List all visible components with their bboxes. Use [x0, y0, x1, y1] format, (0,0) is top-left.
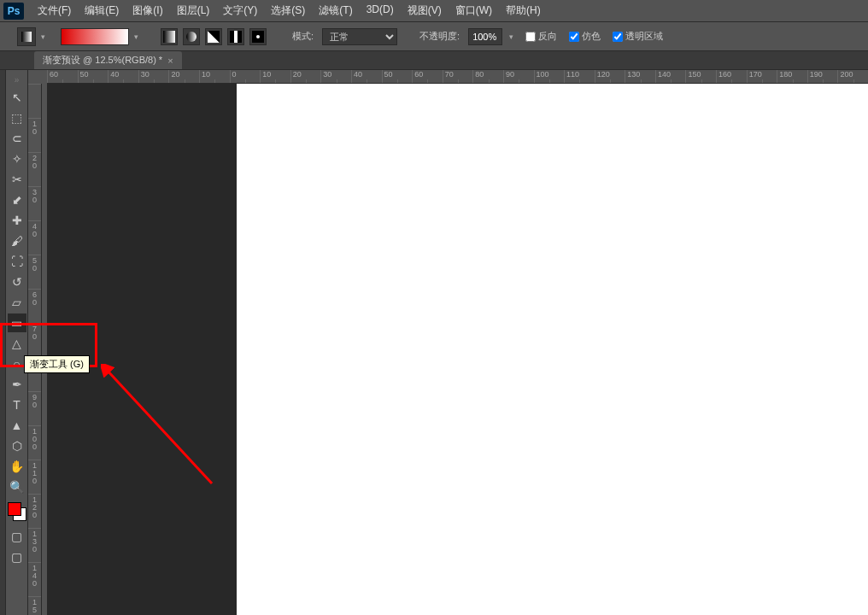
eraser-tool[interactable]: ▱ — [8, 293, 26, 312]
close-icon[interactable]: × — [167, 56, 173, 66]
menu-item[interactable]: 选择(S) — [264, 0, 312, 21]
shape-tool[interactable]: ⬡ — [8, 436, 26, 455]
ruler-tick: 20 — [28, 152, 41, 186]
crop-tool[interactable]: ✂ — [8, 170, 26, 189]
foreground-color[interactable] — [8, 502, 21, 516]
opacity-label: 不透明度: — [419, 30, 460, 43]
menu-item[interactable]: 帮助(H) — [499, 0, 548, 21]
ruler-tick: 110 — [564, 70, 595, 83]
svg-rect-4 — [234, 31, 238, 43]
canvas[interactable] — [237, 84, 868, 615]
menu-item[interactable]: 图像(I) — [126, 0, 169, 21]
menu-item[interactable]: 文件(F) — [31, 0, 78, 21]
ruler-tick: 60 — [28, 289, 41, 323]
menu-item[interactable]: 窗口(W) — [449, 0, 499, 21]
ruler-tick: 50 — [78, 70, 108, 83]
history-brush-tool[interactable]: ↺ — [8, 272, 26, 291]
menu-item[interactable]: 文字(Y) — [216, 0, 264, 21]
menubar: Ps 文件(F)编辑(E)图像(I)图层(L)文字(Y)选择(S)滤镜(T)3D… — [0, 0, 868, 22]
move-tool[interactable]: ↖ — [8, 88, 26, 107]
ruler-tick: 130 — [28, 528, 41, 562]
menu-item[interactable]: 图层(L) — [170, 0, 217, 21]
ruler-tick: 100 — [28, 425, 41, 460]
canvas-viewport[interactable] — [47, 84, 868, 615]
color-swatches[interactable] — [8, 502, 26, 521]
document-tab[interactable]: 渐变预设 @ 12.5%(RGB/8) * × — [34, 51, 182, 69]
ruler-horizontal: 6050403020100102030405060708090100110120… — [47, 70, 868, 84]
ruler-tick: 40 — [28, 220, 41, 255]
zoom-tool[interactable]: 🔍 — [8, 477, 26, 496]
type-tool[interactable]: T — [8, 395, 26, 414]
diamond-gradient-button[interactable] — [249, 28, 267, 45]
ruler-tick: 0 — [230, 70, 261, 83]
ruler-tick: 170 — [747, 70, 777, 83]
brush-tool[interactable]: 🖌 — [8, 231, 26, 250]
ruler-tick — [28, 84, 41, 118]
toolbox-handle[interactable]: » — [8, 73, 26, 86]
ruler-tick: 30 — [138, 70, 169, 83]
opacity-input[interactable] — [468, 28, 502, 45]
screen-mode-button[interactable]: ▢ — [8, 548, 26, 566]
ruler-tick: 40 — [351, 70, 382, 83]
ruler-tick: 90 — [28, 391, 41, 425]
ruler-tick: 190 — [807, 70, 838, 83]
current-tool-icon[interactable] — [17, 27, 36, 46]
svg-point-6 — [256, 35, 260, 38]
document-tab-bar: 渐变预设 @ 12.5%(RGB/8) * × — [0, 51, 868, 70]
radial-gradient-button[interactable] — [183, 28, 200, 45]
ruler-tick: 10 — [28, 118, 41, 152]
healing-brush-tool[interactable]: ✚ — [8, 211, 26, 230]
ruler-tick: 120 — [28, 494, 41, 528]
ruler-tick: 70 — [443, 70, 473, 83]
ruler-tick: 140 — [655, 70, 686, 83]
ruler-tick: 60 — [47, 70, 78, 83]
lasso-tool[interactable]: ⊂ — [8, 129, 26, 148]
marquee-tool[interactable]: ⬚ — [8, 108, 26, 127]
ruler-tick: 150 — [28, 596, 41, 615]
svg-line-7 — [106, 369, 212, 483]
menu-item[interactable]: 3D(D) — [360, 0, 401, 21]
reflected-gradient-button[interactable] — [227, 28, 244, 45]
ruler-tick: 110 — [28, 460, 41, 494]
pen-tool[interactable]: ✒ — [8, 375, 26, 394]
tooltip: 渐变工具 (G) — [24, 355, 90, 373]
ruler-tick: 140 — [28, 562, 41, 596]
eyedropper-tool[interactable]: ⬋ — [8, 190, 26, 209]
ruler-tick: 20 — [290, 70, 321, 83]
mode-select[interactable]: 正常 — [322, 28, 397, 45]
ruler-tick: 60 — [412, 70, 443, 83]
document-title: 渐变预设 @ 12.5%(RGB/8) * — [43, 54, 162, 67]
menu-item[interactable]: 滤镜(T) — [312, 0, 359, 21]
svg-rect-0 — [21, 32, 32, 42]
ruler-tick: 10 — [260, 70, 290, 83]
ruler-tick: 30 — [28, 186, 41, 220]
svg-rect-1 — [163, 31, 175, 43]
linear-gradient-button[interactable] — [161, 28, 178, 45]
gradient-preview[interactable] — [61, 28, 129, 45]
hand-tool[interactable]: ✋ — [8, 457, 26, 476]
ruler-tick: 180 — [777, 70, 807, 83]
transparent-checkbox[interactable]: 透明区域 — [613, 30, 663, 43]
work-area: » ↖⬚⊂✧✂⬋✚🖌⛶↺▱▭△○✒T▲⬡✋🔍▢▢ 605040302010010… — [0, 70, 868, 615]
magic-wand-tool[interactable]: ✧ — [8, 149, 26, 168]
clone-stamp-tool[interactable]: ⛶ — [8, 252, 26, 271]
angle-gradient-button[interactable] — [205, 28, 222, 45]
ruler-tick: 20 — [168, 70, 199, 83]
ruler-tick: 30 — [320, 70, 351, 83]
ruler-tick: 150 — [685, 70, 716, 83]
ruler-tick: 100 — [534, 70, 565, 83]
ruler-tick: 40 — [108, 70, 138, 83]
quick-mask-button[interactable]: ▢ — [8, 527, 26, 546]
reverse-checkbox[interactable]: 反向 — [525, 30, 557, 43]
menu-item[interactable]: 编辑(E) — [78, 0, 126, 21]
menu-item[interactable]: 视图(V) — [401, 0, 449, 21]
ruler-tick: 50 — [382, 70, 413, 83]
path-selection-tool[interactable]: ▲ — [8, 416, 26, 435]
ps-logo-icon: Ps — [3, 3, 24, 20]
ruler-tick: 120 — [595, 70, 625, 83]
ruler-tick: 200 — [837, 70, 868, 83]
ruler-tick: 50 — [28, 255, 41, 289]
svg-point-2 — [186, 32, 196, 42]
dither-checkbox[interactable]: 仿色 — [569, 30, 601, 43]
ruler-tick: 10 — [199, 70, 230, 83]
